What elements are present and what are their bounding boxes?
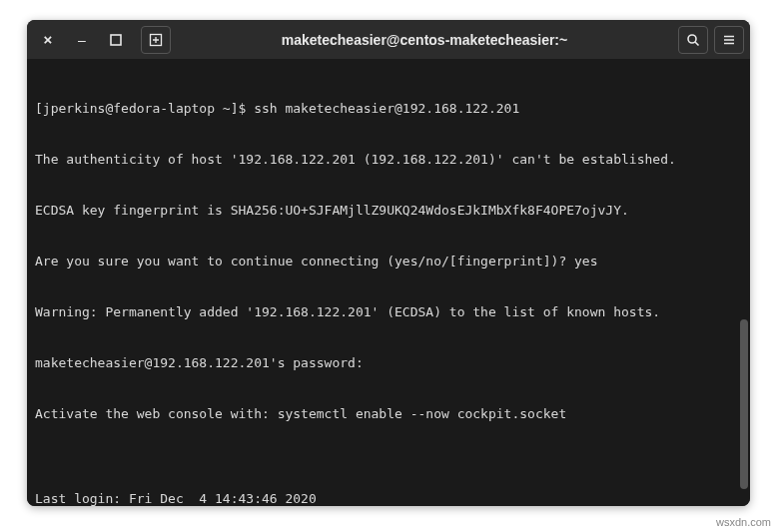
terminal-line: Activate the web console with: systemctl… (35, 405, 742, 422)
terminal-line: Last login: Fri Dec 4 14:43:46 2020 (35, 490, 742, 506)
titlebar-right (678, 26, 744, 54)
terminal-line: Warning: Permanently added '192.168.122.… (35, 303, 742, 320)
svg-rect-0 (111, 35, 121, 45)
maximize-button[interactable] (101, 25, 131, 55)
terminal-line: Are you sure you want to continue connec… (35, 253, 742, 269)
titlebar: × – maketecheasier@centos-maketecheasier… (27, 20, 750, 60)
terminal-line: ECDSA key fingerprint is SHA256:UO+SJFAM… (35, 202, 742, 219)
hamburger-icon (722, 33, 736, 47)
svg-point-4 (688, 35, 696, 43)
maximize-icon (109, 33, 123, 47)
terminal-output[interactable]: [jperkins@fedora-laptop ~]$ ssh maketech… (27, 60, 750, 506)
terminal-window: × – maketecheasier@centos-maketecheasier… (27, 20, 750, 506)
menu-button[interactable] (714, 26, 744, 54)
minimize-button[interactable]: – (67, 25, 97, 55)
window-title: maketecheasier@centos-maketecheasier:~ (175, 32, 674, 48)
search-icon (686, 33, 700, 47)
new-tab-button[interactable] (141, 26, 171, 54)
terminal-line: maketecheasier@192.168.122.201's passwor… (35, 354, 742, 371)
svg-line-5 (695, 42, 699, 46)
terminal-line: The authenticity of host '192.168.122.20… (35, 151, 742, 168)
watermark: wsxdn.com (716, 516, 771, 528)
terminal-line: [jperkins@fedora-laptop ~]$ ssh maketech… (35, 100, 742, 117)
new-tab-icon (149, 33, 163, 47)
close-button[interactable]: × (33, 25, 63, 55)
search-button[interactable] (678, 26, 708, 54)
